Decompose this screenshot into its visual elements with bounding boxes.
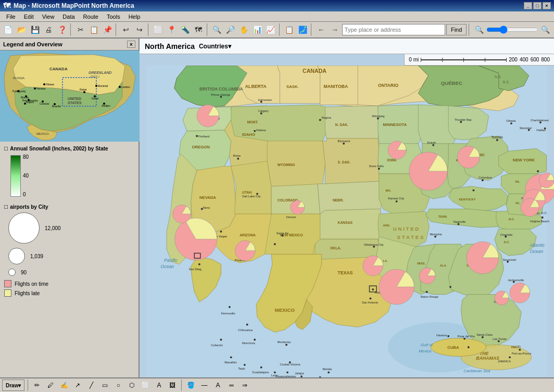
- route-tool[interactable]: 🗺: [192, 23, 205, 36]
- menu-file[interactable]: File: [2, 12, 20, 21]
- zoom-in-tool[interactable]: 🔍: [211, 23, 223, 36]
- zoom-out-tool[interactable]: 🔎: [224, 23, 237, 36]
- zoom-in-small[interactable]: 🔍: [539, 23, 552, 36]
- overview-map: GREENLAND (DEN.) CANADA RUSSIA UNITED ST…: [0, 50, 140, 142]
- address-input[interactable]: [342, 24, 445, 35]
- line-width-tool[interactable]: ═: [225, 380, 237, 391]
- svg-text:Salt Lake City: Salt Lake City: [242, 195, 261, 198]
- svg-text:Reno: Reno: [203, 206, 210, 209]
- svg-text:MO.: MO.: [385, 189, 391, 192]
- flights-ontime-legend: Flights on time: [4, 280, 134, 287]
- paste-button[interactable]: 📌: [101, 23, 114, 36]
- svg-text:Las Tunas: Las Tunas: [493, 337, 507, 340]
- map-area[interactable]: North America Countries▾ 0 mi 200 400 60…: [140, 39, 554, 377]
- text-tool[interactable]: A: [153, 380, 165, 391]
- pan-tool[interactable]: ✋: [237, 23, 250, 36]
- airport-circle-large: 12,000: [8, 212, 61, 244]
- svg-text:Winnipeg: Winnipeg: [372, 115, 384, 118]
- svg-point-195: [434, 236, 436, 238]
- menu-edit[interactable]: Edit: [20, 12, 38, 21]
- svg-point-170: [254, 130, 256, 132]
- highlight-tool[interactable]: 🔦: [179, 23, 191, 36]
- maximize-button[interactable]: □: [533, 2, 542, 9]
- svg-point-15: [119, 86, 121, 88]
- select-tool[interactable]: ⬜: [152, 23, 165, 36]
- menu-help[interactable]: Help: [124, 12, 145, 21]
- svg-point-213: [369, 297, 371, 299]
- map-dropdown[interactable]: Countries▾: [199, 43, 231, 50]
- rect-tool[interactable]: ▭: [99, 380, 110, 391]
- image-tool[interactable]: 🖼: [167, 380, 178, 391]
- svg-text:Abidjan: Abidjan: [102, 104, 110, 107]
- ellipse-tool[interactable]: ○: [112, 380, 124, 391]
- nav-back-button[interactable]: ←: [315, 23, 328, 36]
- redo-button[interactable]: ↪: [133, 23, 146, 36]
- svg-text:Rabat: Rabat: [80, 88, 87, 91]
- save-button[interactable]: 💾: [29, 23, 42, 36]
- pencil-tool[interactable]: ✏: [31, 380, 43, 391]
- menu-tools[interactable]: Tools: [103, 12, 124, 21]
- svg-text:Ocean: Ocean: [530, 249, 544, 254]
- nav-forward-button[interactable]: →: [329, 23, 341, 36]
- open-button[interactable]: 📂: [16, 23, 28, 36]
- separator-7: [469, 23, 471, 36]
- pen-tool[interactable]: 🖊: [45, 380, 56, 391]
- airport-circle-12000: [8, 212, 40, 244]
- svg-text:Duluth: Duluth: [427, 141, 436, 144]
- highlight-draw-tool[interactable]: ✍: [58, 380, 70, 391]
- svg-text:Montréal: Montréal: [520, 127, 532, 130]
- svg-text:N.B.: N.B.: [495, 75, 501, 79]
- map-svg: THE BAHAMAS CUBA OREGON IDAHO NEVADA UTA…: [140, 66, 554, 377]
- polygon-tool[interactable]: ⬡: [126, 380, 137, 391]
- svg-text:LA.: LA.: [383, 259, 388, 262]
- separator-1: [70, 23, 72, 36]
- legend-close-button[interactable]: ×: [127, 41, 135, 48]
- cut-button[interactable]: ✂: [74, 23, 87, 36]
- svg-text:Tepic: Tepic: [238, 367, 245, 370]
- menu-view[interactable]: View: [38, 12, 59, 21]
- pushpin-tool[interactable]: 📍: [166, 23, 178, 36]
- line-color-tool[interactable]: —: [198, 380, 210, 391]
- line-tool[interactable]: ╱: [85, 380, 97, 391]
- svg-text:Culiacán: Culiacán: [211, 344, 223, 347]
- svg-text:London: London: [121, 85, 130, 88]
- copy-button[interactable]: 📋: [88, 23, 100, 36]
- new-button[interactable]: 📄: [2, 23, 15, 36]
- fill-tool[interactable]: 🪣: [185, 380, 196, 391]
- chart-tool[interactable]: 📈: [265, 23, 277, 36]
- help-button[interactable]: ❓: [56, 23, 68, 36]
- close-button[interactable]: ×: [543, 2, 551, 9]
- legend-tool[interactable]: 📋: [283, 23, 296, 36]
- line-end-tool[interactable]: ⇒: [239, 380, 250, 391]
- separator-3: [148, 23, 150, 36]
- zoom-out-small[interactable]: 🔍: [473, 23, 485, 36]
- snowfall-gradient: [10, 155, 21, 197]
- svg-text:Charlotte: Charlotte: [500, 233, 512, 236]
- find-button[interactable]: Find: [446, 24, 467, 35]
- svg-point-265: [260, 366, 262, 369]
- svg-point-255: [246, 324, 248, 326]
- draw-button[interactable]: Draw▾: [2, 380, 24, 391]
- arrow-tool[interactable]: ↗: [72, 380, 83, 391]
- menu-data[interactable]: Data: [58, 12, 79, 21]
- svg-point-160: [198, 263, 200, 265]
- svg-text:Pinar del Río: Pinar del Río: [458, 335, 475, 338]
- airport-circles: 12,000 1,039 90: [4, 212, 134, 276]
- minimize-button[interactable]: _: [524, 2, 532, 9]
- svg-text:IDAHO: IDAHO: [242, 132, 255, 137]
- text-color-tool[interactable]: A: [212, 380, 223, 391]
- scale-400: 400: [520, 57, 528, 62]
- svg-text:RUSSIA: RUSSIA: [13, 77, 24, 80]
- svg-text:Mérida: Mérida: [323, 368, 332, 371]
- print-button[interactable]: 🖨: [42, 23, 55, 36]
- svg-text:Portland: Portland: [198, 135, 210, 138]
- data-map-tool[interactable]: 📊: [251, 23, 263, 36]
- legend-panel: Legend and Overview × GREENLAND (DEN.): [0, 39, 140, 377]
- overview-tool[interactable]: 🗾: [296, 23, 309, 36]
- separator-4: [207, 23, 209, 36]
- undo-button[interactable]: ↩: [120, 23, 132, 36]
- freeform-tool[interactable]: ⬜: [140, 380, 151, 391]
- menu-route[interactable]: Route: [79, 12, 103, 21]
- window-title: Map - Microsoft MapPoint North America: [14, 2, 134, 9]
- zoom-slider[interactable]: [486, 26, 538, 34]
